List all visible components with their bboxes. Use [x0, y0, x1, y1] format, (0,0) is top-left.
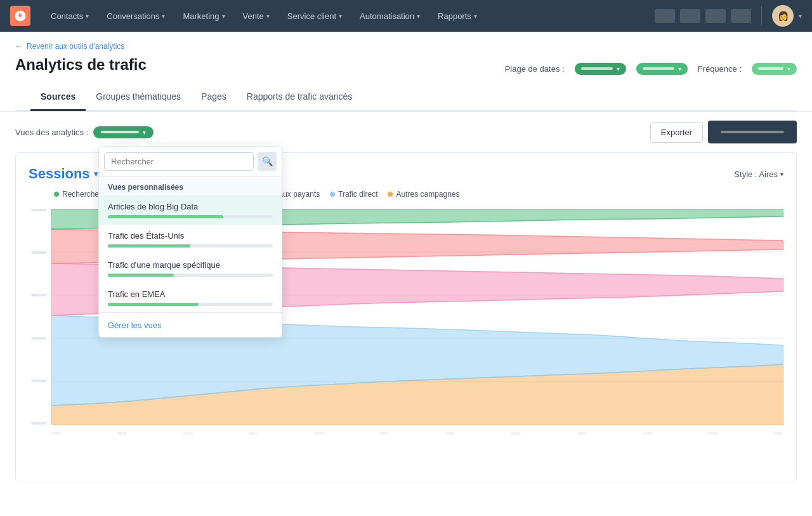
- date-range-bar-2: [643, 67, 674, 70]
- views-label: Vues des analytics :: [15, 128, 88, 137]
- topnav-button-4[interactable]: [731, 9, 751, 23]
- legend-item-trafic-direct: Trafic direct: [330, 190, 377, 199]
- dropdown-item-0[interactable]: Articles de blog Big Data: [99, 195, 282, 225]
- date-range-chevron-icon: ▾: [617, 65, 620, 72]
- tab-pages[interactable]: Pages: [191, 84, 237, 111]
- dropdown-search-input[interactable]: [104, 152, 254, 171]
- topnav-button-3[interactable]: [705, 9, 726, 23]
- dropdown-item-bar-bg-1: [108, 244, 273, 248]
- avatar-chevron-icon[interactable]: ▾: [799, 13, 802, 20]
- nav-automatisation[interactable]: Automatisation ▾: [352, 8, 428, 25]
- dropdown-menu: 🔍 Vues personnalisées Articles de blog B…: [98, 146, 282, 338]
- topnav-button-1[interactable]: [655, 9, 675, 23]
- sessions-chevron-icon: ▾: [94, 169, 98, 178]
- dropdown-footer: Gérer les vues: [99, 312, 282, 337]
- avatar[interactable]: 👩: [772, 5, 794, 27]
- topnav-button-2[interactable]: [680, 9, 700, 23]
- toolbar-right: Exporter: [650, 121, 797, 143]
- nav-contacts[interactable]: Contacts ▾: [43, 8, 96, 25]
- frequency-label: Fréquence :: [698, 64, 742, 74]
- tab-rapports-avances[interactable]: Rapports de trafic avancés: [237, 84, 363, 111]
- dropdown-search-row: 🔍: [99, 147, 282, 176]
- page-title: Analytics de trafic: [15, 56, 147, 74]
- tab-sources[interactable]: Sources: [30, 84, 86, 111]
- hubspot-logo[interactable]: [10, 6, 30, 26]
- dropdown-item-bar-0: [108, 215, 223, 218]
- x-label: [314, 432, 324, 435]
- topnav-right: 👩 ▾: [655, 5, 802, 27]
- breadcrumb[interactable]: ← Revenir aux outils d'analytics: [15, 42, 797, 51]
- nav-conversations[interactable]: Conversations ▾: [99, 8, 173, 25]
- service-chevron-icon: ▾: [339, 13, 342, 20]
- date-range-picker[interactable]: ▾: [575, 63, 626, 75]
- dropdown-item-label-3: Trafic en EMEA: [108, 289, 273, 299]
- y-label-1: [31, 380, 46, 382]
- top-navigation: Contacts ▾ Conversations ▾ Marketing ▾ V…: [0, 0, 812, 32]
- dropdown-item-bar-2: [108, 274, 174, 277]
- x-label: [511, 432, 521, 435]
- style-selector[interactable]: Style : Aires ▾: [734, 169, 783, 179]
- x-label: [183, 432, 193, 435]
- export-button[interactable]: Exporter: [650, 122, 703, 143]
- marketing-chevron-icon: ▾: [222, 13, 225, 20]
- frequency-picker[interactable]: ▾: [752, 63, 797, 75]
- x-label: [379, 432, 390, 435]
- legend-dot-orange: [388, 192, 393, 197]
- nav-rapports[interactable]: Rapports ▾: [430, 8, 485, 25]
- frequency-chevron-icon: ▾: [787, 65, 790, 72]
- dropdown-item-bar-bg-0: [108, 215, 273, 218]
- toolbar-left: Vues des analytics : ▾: [15, 126, 154, 138]
- dark-action-button[interactable]: [708, 121, 797, 143]
- date-range-picker-2[interactable]: ▾: [636, 63, 688, 75]
- vente-chevron-icon: ▾: [266, 13, 270, 20]
- dropdown-item-label-2: Trafic d'une marque spécifique: [108, 260, 273, 270]
- nav-vente[interactable]: Vente ▾: [235, 8, 277, 25]
- legend-dot-green: [54, 192, 59, 197]
- date-range-label: Plage de dates :: [505, 64, 565, 74]
- frequency-bar: [758, 67, 783, 70]
- views-chevron-icon: ▾: [143, 129, 146, 136]
- contacts-chevron-icon: ▾: [86, 13, 89, 20]
- x-label: [248, 432, 258, 435]
- dropdown-arrow: [136, 140, 149, 146]
- x-label: [117, 432, 127, 435]
- back-arrow-icon: ←: [15, 42, 23, 51]
- x-axis: [51, 427, 783, 435]
- x-label: [773, 432, 783, 435]
- legend-item-autres-campagnes: Autres campagnes: [388, 190, 459, 199]
- manage-views-link[interactable]: Gérer les vues: [108, 321, 162, 330]
- dropdown-item-3[interactable]: Trafic en EMEA: [99, 283, 282, 312]
- dropdown-item-1[interactable]: Trafic des États-Unis: [99, 225, 282, 254]
- tabs: Sources Groupes thématiques Pages Rappor…: [15, 84, 797, 111]
- nav-marketing[interactable]: Marketing ▾: [175, 8, 232, 25]
- views-dropdown: 🔍 Vues personnalisées Articles de blog B…: [98, 140, 282, 338]
- x-label: [642, 432, 652, 435]
- y-label-4: [31, 251, 46, 254]
- page-header: ← Revenir aux outils d'analytics Analyti…: [0, 32, 812, 112]
- dropdown-item-2[interactable]: Trafic d'une marque spécifique: [99, 254, 282, 283]
- breadcrumb-text: Revenir aux outils d'analytics: [27, 42, 124, 51]
- dark-btn-bar: [721, 131, 784, 133]
- dropdown-item-bar-3: [108, 303, 199, 306]
- page-controls: Plage de dates : ▾ ▾ Fréquence : ▾: [505, 63, 797, 75]
- views-dropdown-trigger[interactable]: ▾: [93, 126, 154, 138]
- views-bar: [101, 131, 139, 133]
- nav-items: Contacts ▾ Conversations ▾ Marketing ▾ V…: [43, 8, 655, 25]
- style-chevron-icon: ▾: [780, 171, 783, 178]
- nav-service-client[interactable]: Service client ▾: [280, 8, 350, 25]
- x-label: [51, 432, 62, 435]
- dropdown-item-bar-1: [108, 244, 190, 248]
- tab-groupes[interactable]: Groupes thématiques: [86, 84, 191, 111]
- topnav-divider: [761, 6, 762, 25]
- x-label: [708, 432, 718, 435]
- search-button[interactable]: 🔍: [258, 152, 277, 171]
- y-label-5: [31, 209, 46, 211]
- dropdown-item-label-1: Trafic des États-Unis: [108, 231, 273, 241]
- legend-dot-blue: [330, 192, 335, 197]
- y-axis: [29, 209, 51, 425]
- sessions-title[interactable]: Sessions ▾: [29, 166, 98, 182]
- x-label: [577, 432, 587, 435]
- dropdown-item-label-0: Articles de blog Big Data: [108, 202, 273, 211]
- page-content: ← Revenir aux outils d'analytics Analyti…: [0, 32, 812, 516]
- y-label-0: [31, 422, 46, 425]
